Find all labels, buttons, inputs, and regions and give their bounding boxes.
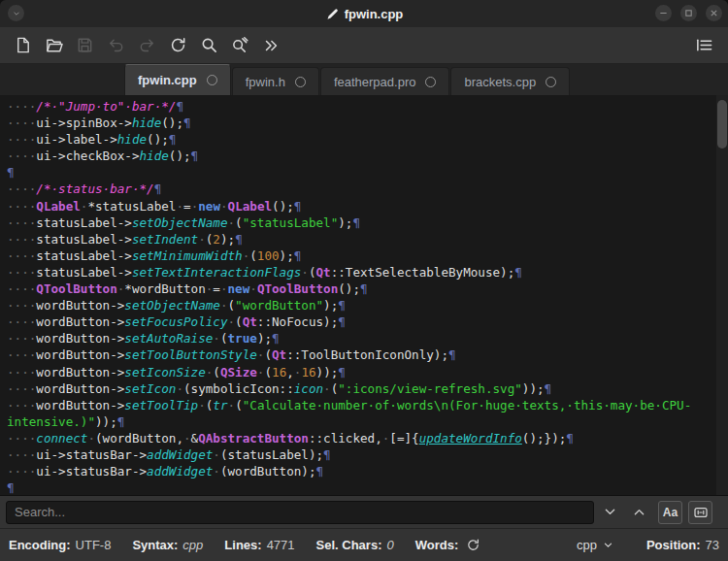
search-previous-button[interactable]	[625, 500, 652, 525]
minimize-button[interactable]	[655, 5, 672, 21]
undo-button[interactable]	[101, 31, 130, 60]
window-title: fpwin.cpp	[345, 7, 404, 21]
minimize-icon	[659, 9, 668, 17]
encoding-status: Encoding: UTF-8	[9, 538, 111, 552]
code-line: ····wordButton->setAutoRaise·(true);¶	[7, 330, 716, 346]
close-tab-icon[interactable]	[207, 75, 217, 85]
code-area[interactable]: ····/*·"Jump·to"·bar·*/¶····ui->spinBox-…	[0, 95, 716, 495]
undo-icon	[107, 36, 125, 54]
window-menu-button[interactable]	[8, 5, 24, 21]
menu-button[interactable]	[689, 31, 718, 60]
code-line: ····statusLabel->setObjectName·("statusL…	[7, 214, 716, 231]
search-icon	[200, 36, 218, 54]
code-line: ····wordButton->setIcon·(symbolicIcon::i…	[7, 380, 716, 397]
open-folder-icon	[45, 36, 63, 54]
code-line: ····ui->checkBox->hide();¶	[7, 148, 716, 164]
tab-brackets-cpp[interactable]: brackets.cpp	[450, 67, 570, 95]
code-line: ¶	[7, 479, 716, 495]
vertical-scrollbar[interactable]	[716, 95, 728, 495]
code-line: ····ui->statusBar->addWidget·(statusLabe…	[7, 446, 716, 463]
position-label: Position:	[646, 538, 701, 552]
match-case-button[interactable]: Aa	[658, 501, 682, 524]
double-chevron-right-icon	[262, 37, 280, 54]
code-line: ····statusLabel->setIndent·(2);¶	[7, 231, 716, 248]
window-menu-icon	[13, 10, 20, 17]
scrollbar-thumb[interactable]	[717, 100, 727, 148]
code-line: ····wordButton->setObjectName·("wordButt…	[7, 297, 716, 314]
syntax-combobox-value: cpp	[577, 538, 597, 552]
close-icon	[710, 9, 718, 17]
tab-bar: fpwin.cppfpwin.hfeatherpad.probrackets.c…	[0, 64, 728, 95]
refresh-icon	[466, 538, 480, 552]
featherpad-window: fpwin.cpp	[0, 0, 728, 561]
code-line: ····wordButton->setToolTip·(tr·("Calcula…	[7, 397, 716, 413]
word-count-refresh-button[interactable]	[463, 536, 482, 555]
code-line: ····QLabel·*statusLabel·=·new·QLabel();¶	[7, 198, 716, 214]
app-pencil-icon	[325, 7, 340, 21]
save-button[interactable]	[70, 31, 99, 60]
selected-chars-label: Sel. Chars:	[316, 538, 382, 552]
whole-word-icon	[693, 505, 709, 520]
search-button[interactable]	[194, 31, 223, 60]
tab-label: fpwin.h	[246, 75, 285, 89]
tab-label: fpwin.cpp	[138, 73, 197, 87]
code-line: ····ui->spinBox->hide();¶	[7, 115, 716, 131]
close-tab-icon[interactable]	[546, 77, 556, 87]
lines-label: Lines:	[224, 538, 261, 552]
search-bar: Aa	[0, 495, 728, 528]
editor[interactable]: ····/*·"Jump·to"·bar·*/¶····ui->spinBox-…	[0, 95, 728, 495]
code-line: ····statusLabel->setTextInteractionFlags…	[7, 264, 716, 280]
code-line: ····wordButton->setIconSize·(QSize·(16,·…	[7, 364, 716, 380]
tab-fpwin-cpp[interactable]: fpwin.cpp	[124, 64, 231, 95]
tab-featherpad-pro[interactable]: featherpad.pro	[320, 67, 450, 95]
code-line: ····wordButton->setFocusPolicy·(Qt::NoFo…	[7, 314, 716, 330]
new-document-button[interactable]	[8, 31, 37, 60]
reload-icon	[169, 36, 187, 54]
reload-button[interactable]	[163, 31, 192, 60]
encoding-label: Encoding:	[9, 538, 71, 552]
whole-word-button[interactable]	[688, 501, 712, 524]
open-file-button[interactable]	[39, 31, 68, 60]
syntax-value: cpp	[182, 538, 203, 552]
maximize-button[interactable]	[680, 5, 697, 21]
redo-button[interactable]	[132, 31, 161, 60]
syntax-combobox[interactable]: cpp	[577, 538, 613, 552]
chevron-down-icon	[603, 505, 617, 519]
code-line: ····wordButton->setToolButtonStyle·(Qt::…	[7, 346, 716, 363]
search-next-button[interactable]	[596, 500, 623, 525]
redo-icon	[138, 36, 156, 54]
new-document-icon	[14, 36, 32, 54]
find-replace-button[interactable]	[225, 31, 254, 60]
close-button[interactable]	[706, 5, 722, 21]
syntax-label: Syntax:	[132, 538, 178, 552]
position-value: 73	[706, 538, 719, 552]
titlebar: fpwin.cpp	[0, 0, 728, 27]
code-line: intensive.)"));¶	[7, 413, 716, 430]
save-icon	[76, 36, 94, 54]
toolbar	[0, 27, 728, 64]
chevron-up-icon	[632, 505, 646, 519]
tab-fpwin-h[interactable]: fpwin.h	[232, 67, 319, 95]
find-replace-icon	[231, 36, 249, 54]
code-line: ····QToolButton·*wordButton·=·new·QToolB…	[7, 280, 716, 297]
selected-chars-value: 0	[386, 538, 393, 552]
close-tab-icon[interactable]	[425, 77, 436, 87]
tab-label: brackets.cpp	[464, 75, 536, 89]
close-tab-icon[interactable]	[295, 77, 306, 87]
window-title-area: fpwin.cpp	[0, 0, 728, 27]
lines-status: Lines: 4771	[224, 538, 294, 552]
words-label: Words:	[415, 538, 459, 552]
code-line: ¶	[7, 164, 716, 181]
menu-icon	[695, 36, 713, 54]
match-case-label: Aa	[663, 506, 678, 519]
tab-label: featherpad.pro	[334, 75, 416, 89]
selected-chars-status: Sel. Chars: 0	[316, 538, 394, 552]
position-status: Position: 73	[646, 538, 719, 552]
encoding-value: UTF-8	[76, 538, 112, 552]
toolbar-overflow-button[interactable]	[256, 31, 285, 60]
search-input[interactable]	[6, 501, 594, 524]
syntax-status: Syntax: cpp	[132, 538, 203, 552]
code-line: ····/*·status·bar·*/¶	[7, 181, 716, 197]
lines-value: 4771	[267, 538, 295, 552]
maximize-icon	[684, 9, 693, 17]
